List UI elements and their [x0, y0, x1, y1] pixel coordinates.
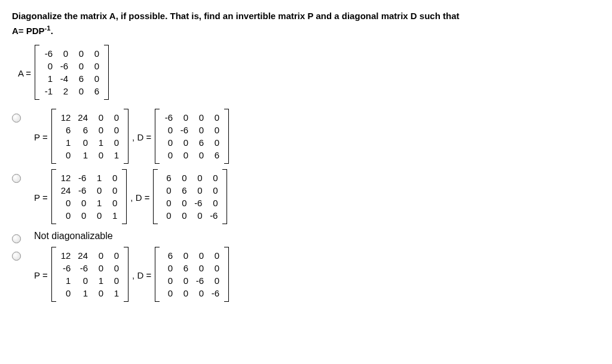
radio-icon[interactable]	[12, 234, 21, 243]
option-2-D: 6000060000-60000-6	[153, 169, 227, 226]
option-2-P: 12-61024-60000100001	[51, 169, 127, 226]
option-3-text: Not diagonalizable	[34, 230, 113, 241]
option-4-content: P = 122400-6-60010100101 , D = 600006000…	[34, 247, 229, 304]
radio-icon[interactable]	[12, 114, 21, 123]
option-2-content: P = 12-61024-60000100001 , D = 600006000…	[34, 169, 227, 226]
option-1[interactable]: P = 122400660010100101 , D = -60000-6000…	[12, 109, 600, 166]
option-4[interactable]: P = 122400-6-60010100101 , D = 600006000…	[12, 247, 600, 304]
option-4-P: 122400-6-60010100101	[51, 247, 128, 304]
radio-icon[interactable]	[12, 252, 21, 261]
matrix-A: -60000-6001-460-1206	[35, 45, 109, 102]
option-1-D: -60000-60000600006	[155, 109, 229, 166]
question-text: Diagonalize the matrix A, if possible. T…	[12, 10, 600, 38]
option-2[interactable]: P = 12-61024-60000100001 , D = 600006000…	[12, 169, 600, 226]
option-1-P: 122400660010100101	[51, 109, 128, 166]
option-4-D: 6000060000-60000-6	[155, 247, 229, 304]
A-label: A =	[18, 68, 31, 78]
option-3[interactable]: Not diagonalizable	[12, 230, 600, 243]
option-1-content: P = 122400660010100101 , D = -60000-6000…	[34, 109, 229, 166]
radio-icon[interactable]	[12, 174, 21, 183]
matrix-A-definition: A = -60000-6001-460-1206	[18, 45, 600, 102]
